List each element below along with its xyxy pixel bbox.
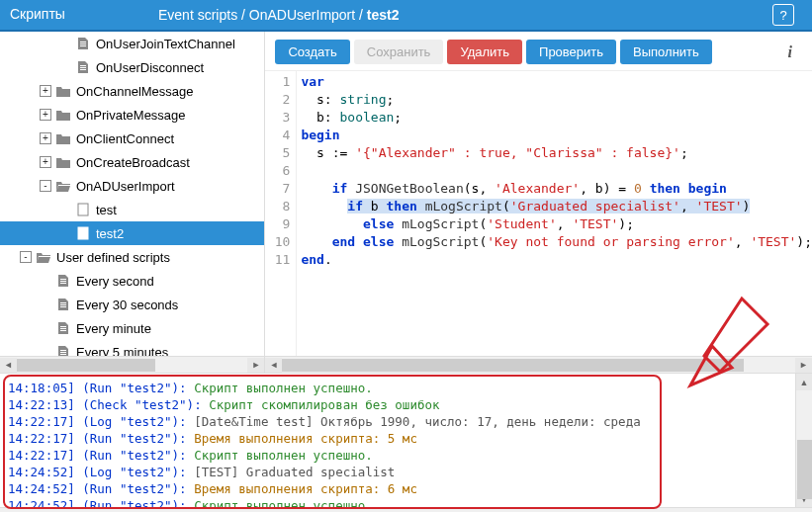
- output-console: 14:18:05] (Run "test2"): Скрипт выполнен…: [0, 374, 812, 512]
- help-button[interactable]: ?: [772, 4, 794, 26]
- tree-item-label: OnUserJoinTextChannel: [96, 37, 235, 51]
- tree-item[interactable]: test2: [0, 221, 264, 245]
- console-body[interactable]: 14:18:05] (Run "test2"): Скрипт выполнен…: [0, 374, 812, 507]
- tree-item-label: OnClientConnect: [76, 131, 174, 146]
- tree-item-label: OnADUserImport: [76, 179, 175, 194]
- tree-item[interactable]: +OnPrivateMessage: [0, 103, 264, 127]
- editor-toolbar: Создать Сохранить Удалить Проверить Выпо…: [265, 32, 812, 70]
- tree-toggle-icon[interactable]: -: [40, 180, 51, 192]
- scroll-left-icon[interactable]: ◄: [265, 358, 282, 373]
- code-body[interactable]: var s: string; b: boolean;begin s := '{"…: [297, 71, 812, 356]
- console-line: 14:22:17] (Run "test2"): Скрипт выполнен…: [8, 447, 804, 464]
- tree-toggle-blank: [40, 275, 51, 287]
- editor-h-scrollbar[interactable]: ◄ ►: [265, 356, 812, 373]
- tree-item-label: OnChannelMessage: [76, 84, 194, 99]
- svg-rect-1: [78, 227, 88, 239]
- tree-toggle-icon[interactable]: +: [40, 85, 51, 97]
- tree-toggle-blank: [40, 322, 51, 334]
- tree-toggle-blank: [59, 204, 71, 215]
- console-line: 14:24:52] (Log "test2"): [TEST] Graduate…: [8, 464, 804, 480]
- run-button[interactable]: Выполнить: [620, 40, 712, 64]
- tree-item[interactable]: test: [0, 198, 264, 221]
- tree-item[interactable]: +OnChannelMessage: [0, 79, 264, 103]
- console-v-scrollbar[interactable]: ▲ ▼: [795, 374, 812, 507]
- breadcrumb: Event scripts / OnADUserImport / test2 ?: [148, 0, 812, 30]
- console-h-scrollbar[interactable]: [0, 507, 812, 512]
- tree-item-label: Every second: [76, 274, 154, 289]
- svg-rect-0: [78, 204, 88, 215]
- console-line: 14:18:05] (Run "test2"): Скрипт выполнен…: [8, 380, 804, 396]
- tree-item[interactable]: Every minute: [0, 316, 264, 340]
- tree-item[interactable]: -User defined scripts: [0, 245, 264, 269]
- code-line[interactable]: s := '{"Alexander" : true, "Clarissa" : …: [301, 144, 812, 162]
- code-line[interactable]: else mLogScript('Student', 'TEST');: [301, 215, 812, 233]
- breadcrumb-current: test2: [367, 7, 400, 23]
- code-line[interactable]: b: boolean;: [301, 109, 812, 127]
- tree-toggle-icon[interactable]: -: [20, 251, 32, 263]
- breadcrumb-part[interactable]: Event scripts: [158, 7, 237, 23]
- tree-item[interactable]: -OnADUserImport: [0, 174, 264, 198]
- code-line[interactable]: if b then mLogScript('Graduated speciali…: [301, 198, 812, 215]
- code-line[interactable]: begin: [301, 127, 812, 144]
- console-line: 14:24:52] (Run "test2"): Скрипт выполнен…: [8, 497, 804, 507]
- app-header: Скрипты Event scripts / OnADUserImport /…: [0, 0, 812, 32]
- tree-item[interactable]: Every second: [0, 269, 264, 293]
- tree-item-label: Every 5 minutes: [76, 345, 168, 357]
- create-button[interactable]: Создать: [275, 40, 349, 64]
- scroll-right-icon[interactable]: ►: [795, 358, 812, 373]
- tree-item-label: OnUserDisconnect: [96, 60, 204, 75]
- tree-item-label: Every 30 seconds: [76, 298, 178, 312]
- code-line[interactable]: s: string;: [301, 91, 812, 109]
- code-line[interactable]: [301, 162, 812, 180]
- tree-item[interactable]: Every 5 minutes: [0, 340, 264, 356]
- check-button[interactable]: Проверить: [526, 40, 616, 64]
- console-line: 14:22:17] (Log "test2"): [Date&Time test…: [8, 413, 804, 430]
- line-gutter: 1234567891011: [265, 71, 297, 356]
- console-line: 14:24:52] (Run "test2"): Время выполнени…: [8, 480, 804, 497]
- tree-toggle-blank: [40, 299, 51, 310]
- tree-toggle-blank: [59, 61, 71, 73]
- tree-h-scrollbar[interactable]: ◄ ►: [0, 356, 264, 373]
- save-button: Сохранить: [354, 40, 444, 64]
- code-line[interactable]: if JSONGetBoolean(s, 'Alexander', b) = 0…: [301, 180, 812, 198]
- tree-toggle-blank: [59, 38, 71, 49]
- tree-item-label: OnCreateBroadcast: [76, 155, 190, 170]
- tree-item-label: OnPrivateMessage: [76, 108, 186, 123]
- code-editor[interactable]: 1234567891011 var s: string; b: boolean;…: [265, 70, 812, 356]
- console-line: 14:22:13] (Check "test2"): Скрипт скомпи…: [8, 396, 804, 413]
- delete-button[interactable]: Удалить: [447, 40, 522, 64]
- breadcrumb-part[interactable]: OnADUserImport: [249, 7, 355, 23]
- tree-item-label: test2: [96, 226, 124, 241]
- tree-toggle-blank: [40, 346, 51, 356]
- tree-item[interactable]: Every 30 seconds: [0, 293, 264, 316]
- editor-pane: Создать Сохранить Удалить Проверить Выпо…: [265, 32, 812, 373]
- tree-item[interactable]: +OnClientConnect: [0, 127, 264, 150]
- code-line[interactable]: var: [301, 73, 812, 91]
- header-section-title: Скрипты: [0, 0, 148, 30]
- tree-toggle-blank: [59, 227, 71, 239]
- info-icon[interactable]: i: [788, 43, 792, 61]
- tree-item-label: test: [96, 203, 117, 217]
- tree-item[interactable]: OnUserJoinTextChannel: [0, 32, 264, 55]
- tree-toggle-icon[interactable]: +: [40, 156, 51, 168]
- tree-toggle-icon[interactable]: +: [40, 132, 51, 144]
- code-line[interactable]: end.: [301, 251, 812, 269]
- scroll-up-icon[interactable]: ▲: [796, 374, 812, 390]
- scroll-right-icon[interactable]: ►: [247, 358, 264, 373]
- script-tree: OnUserJoinTextChannelOnUserDisconnect+On…: [0, 32, 265, 373]
- tree-item[interactable]: +OnCreateBroadcast: [0, 150, 264, 174]
- code-line[interactable]: end else mLogScript('Key not found or pa…: [301, 233, 812, 251]
- tree-item-label: User defined scripts: [56, 250, 170, 265]
- tree-toggle-icon[interactable]: +: [40, 109, 51, 121]
- scroll-left-icon[interactable]: ◄: [0, 358, 17, 373]
- tree-item-label: Every minute: [76, 321, 151, 336]
- tree-item[interactable]: OnUserDisconnect: [0, 55, 264, 79]
- console-line: 14:22:17] (Run "test2"): Время выполнени…: [8, 430, 804, 447]
